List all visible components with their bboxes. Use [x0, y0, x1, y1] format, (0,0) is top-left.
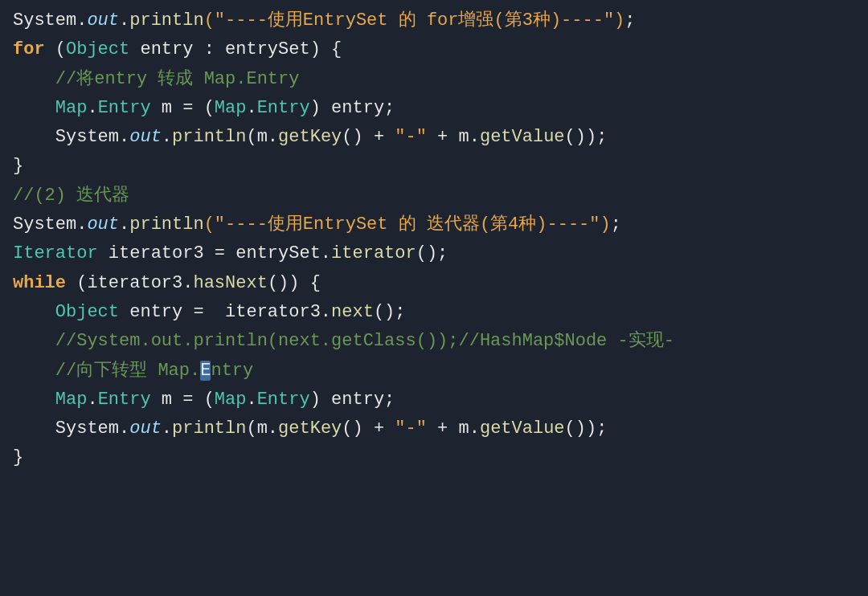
code-token: println	[172, 418, 246, 439]
text-cursor: E	[200, 361, 211, 381]
code-line: while (iterator3.hasNext()) {	[13, 269, 855, 298]
code-token: getKey	[278, 418, 342, 439]
code-token: ;	[624, 10, 635, 31]
code-token: }	[13, 447, 23, 467]
code-token: ());	[565, 127, 608, 147]
code-token: .	[76, 214, 87, 235]
code-token: .	[119, 10, 129, 31]
code-token: Entry	[98, 390, 151, 410]
code-token: //向下转型 Map.	[13, 361, 200, 381]
code-token: ();	[374, 302, 406, 322]
code-line: System.out.println("----使用EntrySet 的 迭代器…	[13, 210, 855, 239]
code-line: //将entry 转成 Map.Entry	[13, 65, 855, 94]
code-token: for	[13, 39, 45, 59]
code-token: getValue	[480, 127, 565, 147]
code-token: iterator	[331, 243, 416, 263]
code-token: entry : entrySet) {	[129, 39, 342, 59]
code-token: .	[87, 98, 97, 118]
code-line: Map.Entry m = (Map.Entry) entry;	[13, 94, 855, 123]
code-token	[13, 418, 55, 439]
code-token: //将entry 转成 Map.Entry	[13, 69, 299, 89]
code-token: ());	[565, 418, 608, 439]
code-token: ;	[611, 214, 621, 235]
code-token: Entry	[98, 98, 151, 118]
code-token: //System.out.println(next.getClass());//…	[13, 331, 674, 351]
code-token: Object	[66, 39, 129, 59]
code-token	[13, 98, 55, 118]
code-token: .	[76, 10, 87, 31]
code-token: //(2) 迭代器	[13, 186, 129, 206]
code-token: .	[119, 418, 129, 439]
code-line: }	[13, 443, 855, 472]
code-token: hasNext	[193, 273, 267, 293]
code-token: (iterator3.	[66, 273, 193, 293]
code-token: Map	[55, 390, 88, 410]
code-token: out	[87, 10, 119, 31]
code-token: ) entry;	[310, 390, 395, 410]
code-token: .	[246, 390, 256, 410]
code-line: System.out.println("----使用EntrySet 的 for…	[13, 6, 855, 35]
code-line: Iterator iterator3 = entrySet.iterator()…	[13, 239, 855, 268]
code-token: .	[246, 98, 256, 118]
code-token: .	[162, 127, 172, 147]
code-token: m = (	[151, 98, 215, 118]
code-token: ("----使用EntrySet 的 迭代器(第4种)----")	[204, 214, 611, 235]
code-token: (m.	[246, 127, 278, 147]
code-token	[13, 127, 55, 147]
code-token: "-"	[395, 418, 427, 439]
code-line: System.out.println(m.getKey() + "-" + m.…	[13, 414, 855, 443]
code-editor: System.out.println("----使用EntrySet 的 for…	[0, 0, 868, 596]
code-token: Entry	[257, 98, 310, 118]
code-token: out	[129, 418, 162, 439]
code-token: + m.	[427, 127, 480, 147]
code-line: //向下转型 Map.Entry	[13, 357, 855, 386]
code-token: ("----使用EntrySet 的 for增强(第3种)----")	[204, 10, 625, 31]
code-token: .	[119, 127, 129, 147]
code-token: System	[55, 418, 119, 439]
code-line: Object entry = iterator3.next();	[13, 298, 855, 327]
code-token: entry = iterator3.	[119, 302, 331, 322]
code-token: + m.	[427, 418, 480, 439]
code-line: for (Object entry : entrySet) {	[13, 35, 855, 64]
code-token: m = (	[151, 390, 215, 410]
code-line: Map.Entry m = (Map.Entry) entry;	[13, 386, 855, 414]
code-token: Map	[215, 98, 247, 118]
code-token: out	[87, 214, 119, 235]
code-token: () +	[342, 127, 395, 147]
code-token: Iterator	[13, 243, 98, 263]
code-token: ();	[416, 243, 448, 263]
code-token: println	[129, 214, 203, 235]
code-token: .	[119, 214, 129, 235]
code-token: getValue	[480, 418, 565, 439]
code-token: }	[13, 156, 23, 176]
code-token: ()) {	[268, 273, 321, 293]
code-token: .	[162, 418, 172, 439]
code-token: System	[13, 214, 76, 235]
code-token: System	[55, 127, 119, 147]
code-token: getKey	[278, 127, 342, 147]
code-line: //(2) 迭代器	[13, 182, 855, 210]
code-token: Map	[215, 390, 247, 410]
code-token: System	[13, 10, 76, 31]
code-line: }	[13, 152, 855, 181]
code-token: ) entry;	[310, 98, 395, 118]
code-token: while	[13, 273, 66, 293]
code-line: //System.out.println(next.getClass());//…	[13, 327, 855, 356]
code-token: "-"	[395, 127, 427, 147]
code-token: ntry	[211, 361, 253, 381]
code-token: (	[45, 39, 66, 59]
code-token	[13, 302, 55, 322]
code-token: Object	[55, 302, 119, 322]
code-line: System.out.println(m.getKey() + "-" + m.…	[13, 123, 855, 152]
code-token: (m.	[246, 418, 278, 439]
code-token: iterator3 = entrySet.	[98, 243, 331, 263]
code-token	[13, 390, 55, 410]
code-token: .	[87, 390, 97, 410]
code-token: println	[129, 10, 203, 31]
code-token: Entry	[257, 390, 310, 410]
code-token: next	[331, 302, 374, 322]
code-token: Map	[55, 98, 88, 118]
code-token: () +	[342, 418, 395, 439]
code-token: out	[129, 127, 162, 147]
code-token: println	[172, 127, 246, 147]
